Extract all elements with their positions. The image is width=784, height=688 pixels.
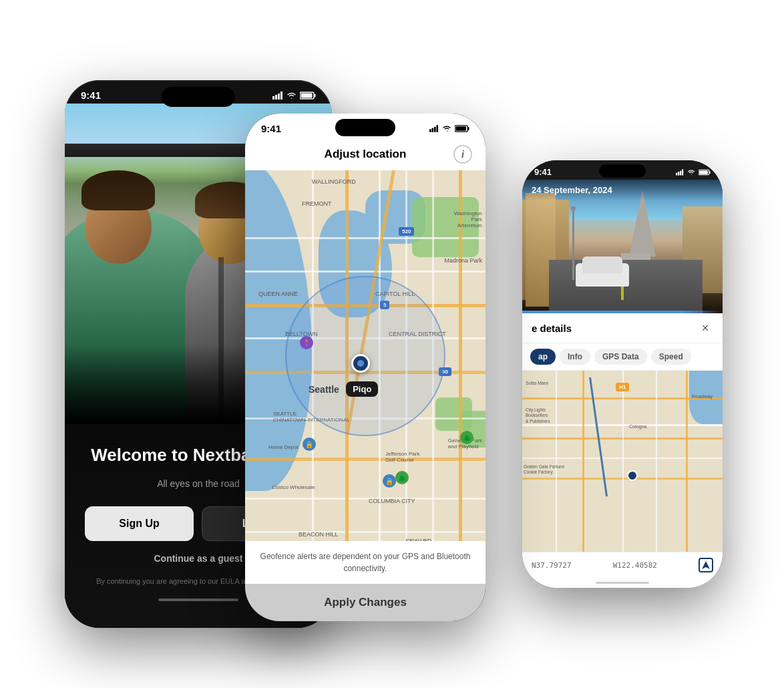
pin-inner xyxy=(357,360,364,367)
apply-changes-button[interactable]: Apply Changes xyxy=(245,584,485,621)
phone2-time: 9:41 xyxy=(261,123,281,134)
nav-arrow-button[interactable] xyxy=(699,558,713,572)
marker-lock1: 🔒 xyxy=(303,438,316,451)
svg-rect-1 xyxy=(275,95,277,100)
road-h1 xyxy=(245,237,485,239)
svg-rect-10 xyxy=(437,125,439,132)
road-h9 xyxy=(245,531,485,533)
label-madrona: Madrona Park xyxy=(444,257,482,264)
svg-rect-16 xyxy=(680,170,681,175)
svg-rect-0 xyxy=(272,96,274,100)
phone1-status-icons xyxy=(272,92,316,100)
label-jefferson: Jefferson ParkGolf Course xyxy=(385,451,419,463)
battery-icon xyxy=(300,92,316,100)
svg-rect-2 xyxy=(278,94,280,100)
svg-rect-6 xyxy=(315,94,316,97)
details-panel: e details × ap Info GPS Data Speed xyxy=(522,313,723,588)
svg-rect-12 xyxy=(455,126,466,130)
wifi-icon-2 xyxy=(442,125,451,132)
phone3-time: 9:41 xyxy=(534,167,552,177)
road-h8 xyxy=(245,498,485,500)
dynamic-island-3 xyxy=(599,164,646,178)
wifi-icon xyxy=(286,92,297,100)
mini-label-broadway: Broadway xyxy=(692,394,713,399)
label-home-depot: Home Depot xyxy=(268,444,299,450)
map-header-title: Adjust location xyxy=(325,148,407,161)
phone3-status-icons xyxy=(676,169,711,176)
map-area[interactable]: 5 520 90 WALLINGFORD FREMONT WashingtonP… xyxy=(245,170,485,541)
mini-label-cotogna: Cotogna xyxy=(629,424,646,429)
map-notice-text: Geo xyxy=(260,552,276,561)
dashcam-progress xyxy=(522,311,723,313)
marker-h1: H1 xyxy=(616,383,629,391)
signup-button[interactable]: Sign Up xyxy=(85,506,194,541)
trip-date-overlay: 24 September, 2024 xyxy=(522,180,723,200)
mini-label-sott: Sotto Mare xyxy=(526,381,548,385)
close-button[interactable]: × xyxy=(697,320,713,336)
battery-icon-2 xyxy=(455,125,469,132)
phone2: 9:41 xyxy=(245,114,485,621)
dynamic-island-1 xyxy=(162,87,235,107)
phone2-status-icons xyxy=(429,125,469,132)
svg-marker-21 xyxy=(702,561,710,569)
label-fremont: FREMONT xyxy=(302,200,332,207)
marker-green2: 🌲 xyxy=(460,431,473,444)
label-beacon: BEACON HILL xyxy=(299,531,339,538)
trip-date: 24 September, 2024 xyxy=(532,185,612,195)
coords-bar: N37.79727 W122.40582 xyxy=(522,552,723,578)
home-indicator-3-wrapper xyxy=(522,578,723,588)
guest-link[interactable]: Continue as a guest xyxy=(154,553,242,564)
signal-icon-3 xyxy=(676,169,684,176)
signal-icon xyxy=(272,92,283,100)
tab-gps-data[interactable]: GPS Data xyxy=(594,349,647,365)
svg-rect-7 xyxy=(429,129,431,132)
current-location-dot xyxy=(627,470,638,481)
road-h2 xyxy=(245,271,485,273)
svg-rect-8 xyxy=(432,128,434,132)
piqo-label: Piqo xyxy=(346,381,378,397)
battery-icon-3 xyxy=(699,169,711,176)
details-tabs: ap Info GPS Data Speed xyxy=(522,343,723,371)
home-indicator-1 xyxy=(158,598,238,601)
mini-road-v5 xyxy=(686,371,688,552)
map-notice: Geofence alerts are dependent on your GP… xyxy=(245,541,485,584)
svg-rect-5 xyxy=(301,93,313,98)
marker-green1: 🌲 xyxy=(395,471,409,484)
mini-label-city-lights: City LightsBooksellers& Publishers xyxy=(526,407,550,424)
svg-rect-3 xyxy=(280,92,282,100)
marker-lock2: 🔒 xyxy=(383,474,396,488)
mini-road-v4 xyxy=(656,371,657,552)
label-seward: SEWARD xyxy=(405,538,431,541)
dynamic-island-2 xyxy=(335,119,395,136)
tab-speed[interactable]: Speed xyxy=(651,349,691,365)
coord-lng: W122.40582 xyxy=(613,561,657,570)
svg-rect-14 xyxy=(676,172,677,175)
mini-road-v3 xyxy=(622,371,624,552)
pin-circle xyxy=(351,354,370,373)
svg-rect-17 xyxy=(682,169,683,175)
label-queen-anne: QUEEN ANNE xyxy=(258,291,298,297)
svg-rect-19 xyxy=(699,170,708,174)
phones-container: 9:41 xyxy=(25,27,759,661)
mini-road-v1 xyxy=(556,371,557,552)
freeway-520: 520 xyxy=(399,227,414,236)
mini-road-v2 xyxy=(582,371,584,552)
tab-info[interactable]: Info xyxy=(560,349,590,365)
home-indicator-3 xyxy=(596,582,649,584)
phone1-time: 9:41 xyxy=(81,90,101,101)
road-h7-major xyxy=(245,458,485,461)
mini-map[interactable]: Sotto Mare City LightsBooksellers& Publi… xyxy=(522,371,723,552)
map-pin xyxy=(351,354,370,373)
signal-icon-2 xyxy=(429,125,439,132)
nav-arrow-icon xyxy=(701,560,711,570)
wifi-icon-3 xyxy=(687,169,695,176)
welcome-subtitle: All eyes on the road xyxy=(157,478,240,489)
coord-lat: N37.79727 xyxy=(532,561,572,570)
map-header: Adjust location i xyxy=(245,137,485,170)
label-costco: Costco Wholesale xyxy=(272,484,315,490)
info-button[interactable]: i xyxy=(453,145,472,164)
tab-map[interactable]: ap xyxy=(530,349,556,365)
svg-rect-20 xyxy=(709,171,711,174)
label-wallingford: WALLINGFORD xyxy=(312,178,356,185)
label-columbia: COLUMBIA CITY xyxy=(369,498,415,504)
